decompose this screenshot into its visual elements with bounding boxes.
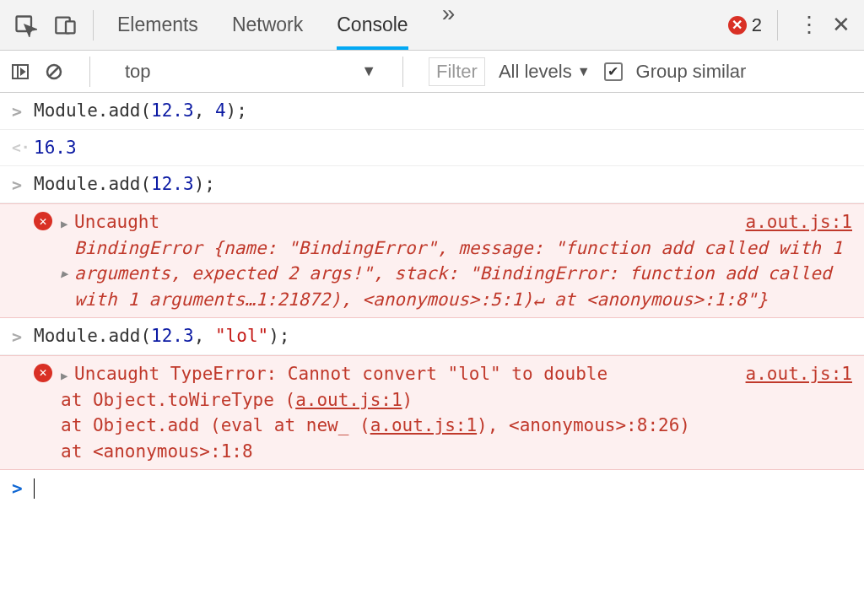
console-input-row: > Module.add(12.3, 4); [0, 93, 864, 130]
stack-frame: at Object.toWireType (a.out.js:1) [61, 387, 852, 413]
input-marker-icon: > [12, 171, 34, 197]
device-toggle-icon[interactable] [54, 14, 78, 37]
stack-frame: at Object.add (eval at new_ (a.out.js:1)… [61, 413, 852, 438]
console-input-row: > Module.add(12.3); [0, 166, 864, 203]
inspect-icon[interactable] [14, 14, 37, 37]
error-icon: ✕ [34, 212, 52, 230]
kebab-menu-icon[interactable]: ⋮ [793, 12, 825, 38]
error-headline: Uncaught TypeError: Cannot convert "lol"… [74, 364, 608, 384]
console-prompt-row[interactable]: > [0, 470, 864, 507]
group-similar-checkbox[interactable]: ✔ [604, 62, 623, 81]
log-levels-select[interactable]: All levels ▼ [499, 61, 591, 83]
error-icon: ✕ [34, 364, 52, 382]
svg-line-7 [49, 67, 59, 77]
error-object-summary[interactable]: BindingError {name: "BindingError", mess… [74, 235, 852, 312]
chevron-down-icon: ▼ [361, 62, 376, 80]
input-marker-icon: > [12, 98, 34, 124]
chevron-down-icon: ▼ [577, 64, 591, 79]
clear-console-icon[interactable] [44, 62, 64, 82]
console-error-row: ✕ a.out.js:1 ▶Uncaught ▶ BindingError {n… [0, 203, 864, 318]
console-toolbar: top ▼ Filter All levels ▼ ✔ Group simila… [0, 51, 864, 93]
execution-context-label: top [125, 61, 151, 83]
svg-marker-5 [21, 69, 24, 74]
separator [777, 10, 778, 41]
svg-rect-2 [66, 21, 75, 33]
error-icon: ✕ [728, 16, 747, 35]
log-levels-label: All levels [499, 61, 572, 83]
separator [93, 10, 94, 41]
disclosure-triangle-icon[interactable]: ▶ [61, 215, 74, 232]
disclosure-triangle-icon[interactable]: ▶ [61, 265, 74, 282]
error-count-badge[interactable]: ✕ 2 [728, 14, 762, 36]
filter-input[interactable]: Filter [429, 57, 485, 86]
stack-source-link[interactable]: a.out.js:1 [295, 390, 402, 410]
devtools-tabbar: Elements Network Console » ✕ 2 ⋮ ✕ [0, 0, 864, 51]
output-marker-icon: <· [12, 135, 34, 159]
console-error-row: ✕ a.out.js:1 ▶Uncaught TypeError: Cannot… [0, 355, 864, 470]
console-result-row: <· 16.3 [0, 130, 864, 166]
source-link[interactable]: a.out.js:1 [746, 361, 852, 386]
separator [89, 57, 90, 87]
stack-source-link[interactable]: a.out.js:1 [370, 415, 477, 435]
prompt-marker-icon: > [12, 478, 34, 499]
tab-network[interactable]: Network [232, 0, 303, 50]
error-headline: Uncaught [74, 212, 159, 232]
text-caret [34, 478, 35, 499]
disclosure-triangle-icon[interactable]: ▶ [61, 367, 74, 384]
source-link[interactable]: a.out.js:1 [746, 209, 852, 235]
execution-context-select[interactable]: top ▼ [116, 60, 377, 84]
error-count-value: 2 [752, 14, 762, 36]
tab-elements[interactable]: Elements [117, 0, 198, 50]
console-sidebar-toggle-icon[interactable] [10, 62, 30, 82]
separator [402, 57, 403, 87]
input-marker-icon: > [12, 323, 34, 349]
group-similar-label: Group similar [636, 61, 747, 83]
tab-console[interactable]: Console [337, 0, 408, 50]
more-tabs-chevron-icon[interactable]: » [442, 0, 456, 50]
console-input-row: > Module.add(12.3, "lol"); [0, 318, 864, 355]
stack-frame: at <anonymous>:1:8 [61, 439, 852, 464]
close-icon[interactable]: ✕ [829, 12, 857, 38]
